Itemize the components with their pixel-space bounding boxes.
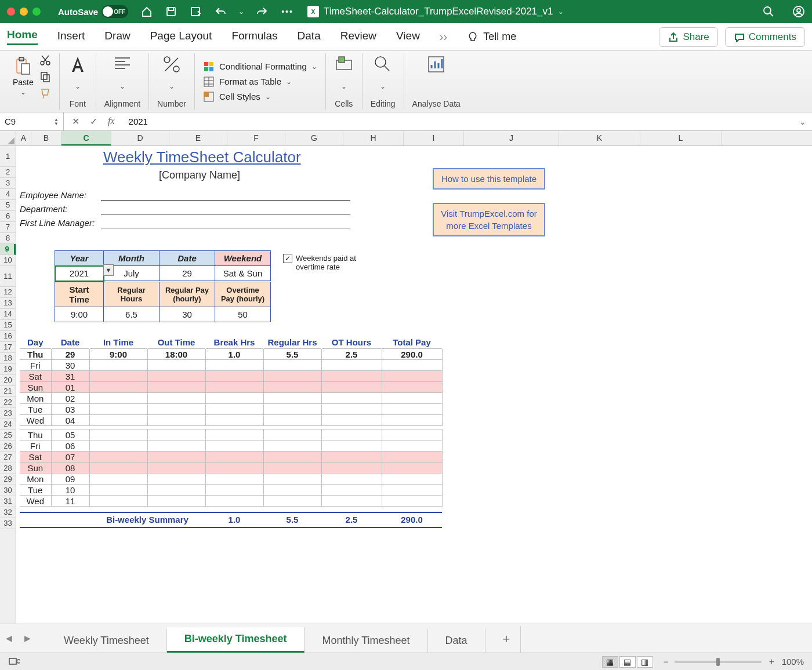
table-row[interactable]: Fri06 bbox=[20, 440, 442, 451]
checkbox-icon[interactable]: ✓ bbox=[283, 254, 292, 263]
table-row[interactable]: Wed04 bbox=[20, 415, 442, 426]
comments-button[interactable]: Comments bbox=[725, 27, 805, 47]
table-row[interactable]: Mon09 bbox=[20, 474, 442, 485]
column-header-B[interactable]: B bbox=[31, 131, 61, 145]
tab-draw[interactable]: Draw bbox=[104, 30, 130, 45]
spreadsheet-grid[interactable]: 1234567891011121314151617181920212223242… bbox=[0, 146, 812, 624]
minimize-window-icon[interactable] bbox=[20, 8, 28, 16]
row-header-28[interactable]: 28 bbox=[0, 463, 16, 474]
column-header-C[interactable]: C bbox=[61, 131, 111, 145]
more-commands-icon[interactable]: ••• bbox=[281, 7, 293, 16]
search-icon[interactable] bbox=[762, 5, 775, 18]
table-row[interactable]: Sun08 bbox=[20, 463, 442, 474]
tab-insert[interactable]: Insert bbox=[57, 30, 85, 45]
insert-function-icon[interactable]: fx bbox=[108, 116, 115, 127]
undo-icon[interactable] bbox=[214, 6, 226, 17]
sheet-tab[interactable]: Weekly Timesheet bbox=[46, 629, 167, 653]
sheet-tab[interactable]: Monthly Timesheet bbox=[304, 629, 427, 653]
column-header-E[interactable]: E bbox=[169, 131, 227, 145]
zoom-out-icon[interactable]: − bbox=[664, 657, 669, 667]
tab-page-layout[interactable]: Page Layout bbox=[150, 30, 212, 45]
column-header-G[interactable]: G bbox=[285, 131, 343, 145]
table-row[interactable]: Wed11 bbox=[20, 496, 442, 507]
table-row[interactable]: Sat07 bbox=[20, 451, 442, 463]
autosave-toggle[interactable]: AutoSave OFF bbox=[58, 5, 128, 18]
table-row[interactable]: Thu05 bbox=[20, 429, 442, 440]
row-header-7[interactable]: 7 bbox=[0, 222, 16, 233]
analyse-data-button[interactable] bbox=[426, 54, 446, 74]
font-button[interactable] bbox=[68, 54, 88, 74]
redo-icon[interactable] bbox=[257, 6, 269, 17]
cell-styles-button[interactable]: Cell Styles⌄ bbox=[203, 91, 271, 103]
row-header-17[interactable]: 17 bbox=[0, 342, 16, 353]
table-row[interactable]: Fri30 bbox=[20, 360, 442, 371]
row-header-16[interactable]: 16 bbox=[0, 331, 16, 342]
close-window-icon[interactable] bbox=[7, 8, 15, 16]
row-header-29[interactable]: 29 bbox=[0, 474, 16, 485]
column-header-L[interactable]: L bbox=[640, 131, 722, 145]
row-header-5[interactable]: 5 bbox=[0, 200, 16, 211]
row-header-6[interactable]: 6 bbox=[0, 211, 16, 222]
daily-timesheet-table[interactable]: DayDateIn TimeOut TimeBreak HrsRegular H… bbox=[20, 336, 443, 528]
copy-icon[interactable] bbox=[39, 71, 51, 82]
how-to-link[interactable]: How to use this template bbox=[433, 168, 545, 190]
column-header-I[interactable]: I bbox=[404, 131, 464, 145]
page-layout-view-icon[interactable]: ▤ bbox=[619, 656, 636, 668]
add-sheet-button[interactable]: + bbox=[485, 626, 521, 653]
row-header-24[interactable]: 24 bbox=[0, 419, 16, 430]
editing-button[interactable] bbox=[373, 54, 393, 74]
row-header-8[interactable]: 8 bbox=[0, 233, 16, 244]
column-header-D[interactable]: D bbox=[111, 131, 169, 145]
table-row[interactable]: Mon02 bbox=[20, 393, 442, 404]
column-header-H[interactable]: H bbox=[343, 131, 404, 145]
column-header-J[interactable]: J bbox=[464, 131, 559, 145]
expand-formula-bar-icon[interactable]: ⌄ bbox=[793, 117, 812, 126]
tab-nav-prev-icon[interactable]: ◀ bbox=[6, 633, 16, 644]
conditional-formatting-button[interactable]: Conditional Formatting⌄ bbox=[203, 61, 317, 72]
more-tabs-icon[interactable]: ›› bbox=[440, 30, 447, 43]
sheet-tab[interactable]: Data bbox=[428, 629, 485, 653]
year-dropdown-icon[interactable]: ▼ bbox=[103, 264, 114, 276]
save-icon[interactable] bbox=[165, 6, 177, 17]
save-as-icon[interactable] bbox=[190, 6, 201, 17]
share-button[interactable]: Share bbox=[659, 27, 717, 47]
row-header-1[interactable]: 1 bbox=[0, 146, 16, 167]
tab-data[interactable]: Data bbox=[298, 30, 321, 45]
row-header-13[interactable]: 13 bbox=[0, 298, 16, 309]
autosave-switch[interactable]: OFF bbox=[102, 5, 128, 18]
tab-view[interactable]: View bbox=[396, 30, 420, 45]
tab-home[interactable]: Home bbox=[7, 28, 38, 45]
formula-input[interactable] bbox=[123, 112, 793, 130]
table-row[interactable]: Sat31 bbox=[20, 371, 442, 382]
alignment-button[interactable] bbox=[113, 54, 132, 74]
zoom-in-icon[interactable]: ＋ bbox=[767, 656, 776, 667]
row-header-18[interactable]: 18 bbox=[0, 353, 16, 364]
row-header-2[interactable]: 2 bbox=[0, 167, 16, 178]
home-icon[interactable] bbox=[141, 6, 153, 17]
confirm-formula-icon[interactable]: ✓ bbox=[90, 116, 97, 127]
row-header-14[interactable]: 14 bbox=[0, 309, 16, 320]
row-header-19[interactable]: 19 bbox=[0, 364, 16, 375]
page-break-view-icon[interactable]: ▥ bbox=[637, 656, 653, 668]
normal-view-icon[interactable]: ▦ bbox=[602, 656, 618, 668]
macro-record-icon[interactable] bbox=[8, 655, 20, 667]
row-header-10[interactable]: 10 bbox=[0, 255, 16, 266]
cells-button[interactable] bbox=[334, 54, 354, 74]
row-header-26[interactable]: 26 bbox=[0, 441, 16, 452]
row-header-25[interactable]: 25 bbox=[0, 430, 16, 441]
cut-icon[interactable] bbox=[39, 54, 51, 66]
namebox-stepper[interactable]: ▲▼ bbox=[54, 118, 59, 126]
paste-button[interactable]: Paste ⌄ bbox=[13, 57, 34, 96]
account-icon[interactable] bbox=[792, 5, 805, 18]
row-header-31[interactable]: 31 bbox=[0, 496, 16, 507]
zoom-slider[interactable] bbox=[675, 661, 762, 663]
name-box[interactable]: C9 ▲▼ bbox=[0, 112, 64, 130]
row-header-23[interactable]: 23 bbox=[0, 408, 16, 419]
row-header-3[interactable]: 3 bbox=[0, 178, 16, 189]
row-header-22[interactable]: 22 bbox=[0, 397, 16, 408]
row-header-9[interactable]: 9 bbox=[0, 244, 16, 255]
table-row[interactable]: Tue03 bbox=[20, 404, 442, 415]
row-header-4[interactable]: 4 bbox=[0, 189, 16, 200]
format-as-table-button[interactable]: Format as Table⌄ bbox=[203, 76, 292, 88]
table-row[interactable]: Thu299:0018:001.05.52.5290.0 bbox=[20, 349, 442, 360]
